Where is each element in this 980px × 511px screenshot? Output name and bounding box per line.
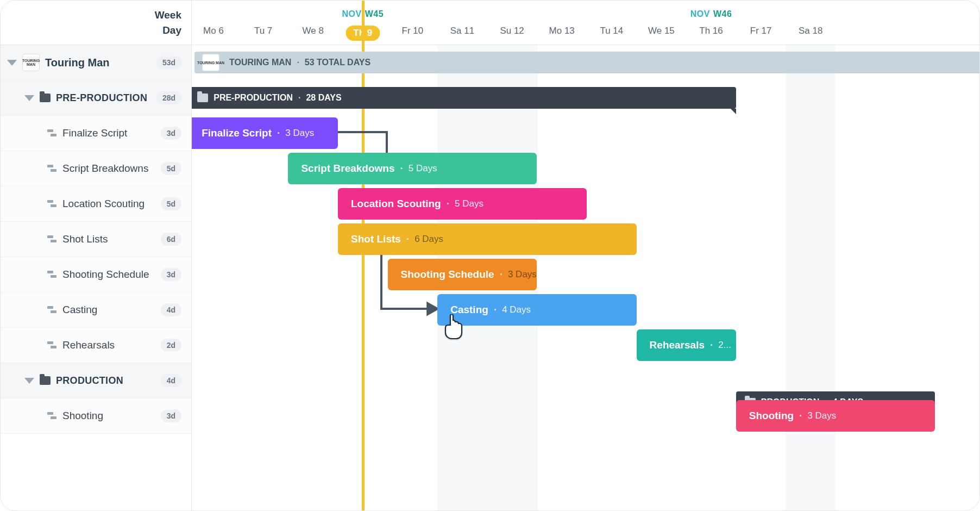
- chevron-down-icon[interactable]: [7, 60, 17, 66]
- header-day-label: Day: [162, 24, 181, 36]
- weekend-shade: [786, 45, 835, 510]
- gantt-bar-finalize-script[interactable]: Finalize Script·3 Days: [192, 117, 338, 149]
- task-title: Casting: [62, 304, 97, 316]
- timeline[interactable]: NOVW45NOVW46Mo 6Tu 7We 8Th 9Fr 10Sa 11Su…: [192, 1, 979, 510]
- timeline-header: NOVW45NOVW46Mo 6Tu 7We 8Th 9Fr 10Sa 11Su…: [192, 1, 979, 45]
- bar-duration: 53 TOTAL DAYS: [305, 58, 370, 67]
- day-header-label[interactable]: Fr 10: [402, 26, 424, 36]
- gantt-app: Week Day TOURING MAN Touring Man 53d PRE…: [0, 0, 980, 511]
- separator: ·: [710, 339, 713, 351]
- separator: ·: [277, 127, 280, 139]
- bar-duration: 5 Days: [455, 198, 483, 209]
- project-logo-icon: TOURING MAN: [202, 54, 219, 71]
- separator: ·: [297, 58, 299, 67]
- project-title: Touring Man: [45, 57, 110, 69]
- day-header-label[interactable]: Mo 6: [203, 26, 224, 36]
- dependency-arrows: [192, 45, 979, 510]
- sidebar-task-shot-lists[interactable]: Shot Lists 6d: [1, 222, 191, 257]
- separator: ·: [500, 269, 502, 281]
- gantt-bar-phase-preproduction[interactable]: PRE-PRODUCTION · 28 DAYS: [192, 87, 736, 109]
- day-header-label[interactable]: Th 16: [699, 26, 723, 36]
- day-header-label[interactable]: We 15: [648, 26, 675, 36]
- chevron-down-icon[interactable]: [24, 378, 34, 384]
- separator: ·: [406, 233, 409, 245]
- task-icon: [47, 271, 57, 278]
- gantt-bar-shooting[interactable]: Shooting·3 Days: [736, 400, 935, 432]
- day-header-label[interactable]: Sa 11: [450, 26, 474, 36]
- sidebar-task-shooting[interactable]: Shooting 3d: [1, 398, 191, 434]
- task-title: Location Scouting: [62, 198, 145, 210]
- sidebar: Week Day TOURING MAN Touring Man 53d PRE…: [1, 1, 192, 510]
- duration-badge: 53d: [156, 56, 181, 69]
- duration-badge: 3d: [161, 127, 181, 140]
- duration-badge: 3d: [161, 409, 181, 422]
- day-header-label[interactable]: Fr 17: [750, 26, 772, 36]
- bar-title: Shooting: [749, 410, 794, 422]
- sidebar-task-casting[interactable]: Casting 4d: [1, 292, 191, 328]
- duration-badge: 5d: [161, 162, 181, 175]
- gantt-bar-shot-lists[interactable]: Shot Lists·6 Days: [338, 223, 637, 255]
- bar-title: TOURING MAN: [229, 58, 291, 67]
- task-icon: [47, 235, 57, 243]
- task-title: Shot Lists: [62, 233, 108, 245]
- day-header-label[interactable]: We 8: [303, 26, 324, 36]
- day-header-label[interactable]: Su 12: [500, 26, 524, 36]
- task-icon: [47, 412, 57, 420]
- task-icon: [47, 165, 57, 172]
- phase-title: PRE-PRODUCTION: [56, 92, 147, 104]
- duration-badge: 4d: [161, 303, 181, 316]
- day-header-label[interactable]: Tu 14: [600, 26, 623, 36]
- duration-badge: 6d: [161, 233, 181, 246]
- sidebar-phase-production[interactable]: PRODUCTION 4d: [1, 363, 191, 398]
- pointer-cursor-icon: [443, 314, 464, 341]
- sidebar-task-script-breakdowns[interactable]: Script Breakdowns 5d: [1, 151, 191, 186]
- folder-icon: [197, 94, 208, 102]
- week-header-label: NOVW46: [690, 9, 732, 19]
- gantt-bar-project-summary[interactable]: TOURING MAN TOURING MAN · 53 TOTAL DAYS: [194, 52, 979, 73]
- chevron-down-icon[interactable]: [24, 95, 34, 101]
- gantt-bar-location-scouting[interactable]: Location Scouting·5 Days: [338, 188, 587, 220]
- bar-title: Script Breakdowns: [301, 163, 394, 175]
- task-title: Rehearsals: [62, 339, 115, 351]
- today-marker-line: [362, 1, 365, 510]
- bar-title: Shooting Schedule: [401, 269, 494, 281]
- sidebar-task-rehearsals[interactable]: Rehearsals 2d: [1, 328, 191, 363]
- bar-title: Finalize Script: [202, 127, 272, 139]
- sidebar-task-shooting-schedule[interactable]: Shooting Schedule 3d: [1, 257, 191, 292]
- bar-duration: 3 Days: [508, 269, 537, 280]
- separator: ·: [447, 198, 449, 210]
- sidebar-phase-preproduction[interactable]: PRE-PRODUCTION 28d: [1, 80, 191, 116]
- task-title: Script Breakdowns: [62, 163, 148, 175]
- header-week-label: Week: [155, 9, 181, 21]
- bar-title: Location Scouting: [351, 198, 441, 210]
- sidebar-task-finalize-script[interactable]: Finalize Script 3d: [1, 116, 191, 151]
- task-icon: [47, 341, 57, 349]
- sidebar-rows: TOURING MAN Touring Man 53d PRE-PRODUCTI…: [1, 45, 191, 510]
- sidebar-task-location-scouting[interactable]: Location Scouting 5d: [1, 186, 191, 222]
- gantt-bar-script-breakdowns[interactable]: Script Breakdowns·5 Days: [288, 153, 537, 184]
- separator: ·: [494, 304, 497, 316]
- day-header-label[interactable]: Tu 7: [254, 26, 272, 36]
- bar-duration: 6 Days: [414, 234, 443, 245]
- gantt-bar-shooting-schedule[interactable]: Shooting Schedule·3 Days: [388, 259, 537, 290]
- task-icon: [47, 200, 57, 208]
- duration-badge: 5d: [161, 197, 181, 210]
- gantt-bar-rehearsals[interactable]: Rehearsals·2...: [637, 329, 736, 361]
- timeline-body[interactable]: TOURING MAN TOURING MAN · 53 TOTAL DAYS …: [192, 45, 979, 510]
- bar-duration: 4 Days: [502, 304, 531, 315]
- bar-duration: 28 DAYS: [306, 93, 341, 103]
- day-header-label[interactable]: Sa 18: [799, 26, 822, 36]
- task-title: Shooting Schedule: [62, 269, 149, 281]
- bar-title: Rehearsals: [650, 339, 705, 351]
- task-title: Finalize Script: [62, 127, 127, 139]
- phase-title: PRODUCTION: [56, 375, 123, 387]
- day-header-label[interactable]: Mo 13: [549, 26, 575, 36]
- grid-week-line: [537, 45, 537, 510]
- duration-badge: 28d: [156, 91, 181, 104]
- gantt-bar-casting[interactable]: Casting·4 Days: [437, 294, 636, 326]
- folder-icon: [40, 376, 51, 385]
- sidebar-project-row[interactable]: TOURING MAN Touring Man 53d: [1, 45, 191, 80]
- separator: ·: [400, 163, 403, 175]
- duration-badge: 4d: [161, 374, 181, 387]
- bar-duration: 3 Days: [807, 410, 836, 421]
